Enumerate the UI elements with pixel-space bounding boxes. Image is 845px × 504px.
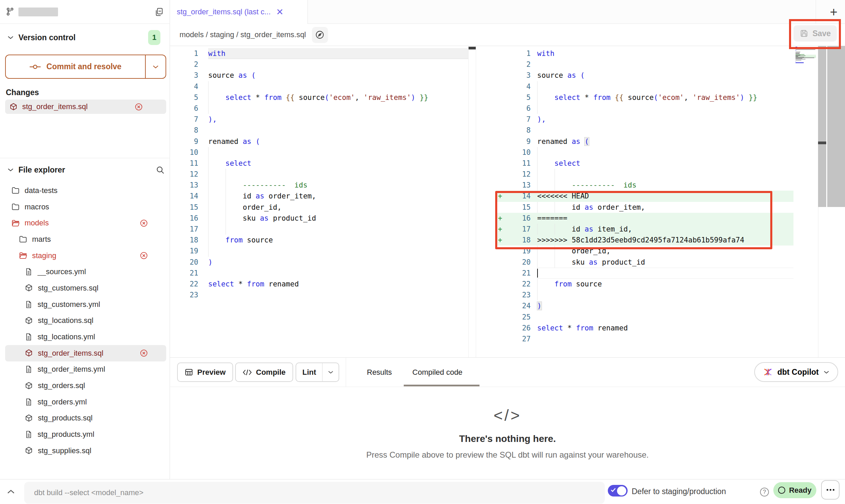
git-branch-icon[interactable]	[6, 7, 15, 16]
code-line[interactable]: 11 select	[170, 158, 468, 169]
code-line[interactable]: 22 from source	[496, 279, 793, 290]
lint-options-dropdown[interactable]	[322, 363, 339, 381]
code-line[interactable]: 2	[496, 59, 793, 70]
editor-scrollbar-track[interactable]	[818, 46, 826, 207]
tab-compiled-code[interactable]: Compiled code	[412, 368, 462, 377]
tab-results[interactable]: Results	[367, 368, 392, 377]
file-row-marts[interactable]: marts	[5, 231, 166, 248]
new-tab-button[interactable]: +	[830, 5, 837, 18]
code-line[interactable]: 19 order_id,	[496, 246, 793, 256]
command-input[interactable]	[24, 482, 605, 504]
file-row-stg-products-sql[interactable]: stg_products.sql	[5, 410, 166, 427]
code-line[interactable]: 12	[170, 169, 468, 180]
minimap[interactable]	[796, 47, 816, 64]
lineage-compass-icon[interactable]	[312, 27, 328, 43]
code-line[interactable]: 5 select * from {{ source('ecom', 'raw_i…	[496, 92, 793, 103]
code-line[interactable]: 17	[170, 224, 468, 235]
left-pane-scrollbar-thumb[interactable]	[469, 47, 476, 49]
close-icon[interactable]: ✕	[276, 8, 284, 16]
code-line[interactable]: +18>>>>>>> 58c1dd23d5eebd9cd2495fa7124ab…	[496, 235, 793, 246]
code-line[interactable]: 20 sku as product_id	[496, 257, 793, 268]
file-row-stg-customers-sql[interactable]: stg_customers.sql	[5, 280, 166, 296]
defer-toggle[interactable]	[608, 485, 628, 496]
file-row-stg-locations-yml[interactable]: stg_locations.yml	[5, 329, 166, 345]
code-line[interactable]: 16 sku as product_id	[170, 213, 468, 224]
code-line[interactable]: 20)	[170, 257, 468, 268]
code-line[interactable]: 22select * from renamed	[170, 279, 468, 290]
code-line[interactable]: 25	[496, 312, 793, 323]
code-line[interactable]: 15 order_id,	[170, 202, 468, 213]
tab-stg-order-items[interactable]: stg_order_items.sql (last c... ✕	[170, 0, 308, 24]
code-line[interactable]: 1with	[170, 48, 468, 59]
code-line[interactable]: 10	[496, 147, 793, 158]
code-line[interactable]: 15 id as order_item,	[496, 202, 793, 213]
save-button[interactable]: Save	[793, 25, 837, 42]
code-line[interactable]: 27	[496, 333, 793, 344]
dbt-copilot-button[interactable]: dbt Copilot	[754, 362, 838, 382]
file-explorer-header[interactable]: File explorer	[8, 162, 165, 177]
lint-button[interactable]: Lint	[296, 363, 322, 381]
code-line[interactable]: 26select * from renamed	[496, 323, 793, 333]
file-row-staging[interactable]: staging	[5, 248, 166, 264]
code-line[interactable]: 9renamed as (	[170, 136, 468, 147]
file-row-data-tests[interactable]: data-tests	[5, 182, 166, 199]
code-line[interactable]: 10	[170, 147, 468, 158]
compile-button[interactable]: Compile	[235, 362, 293, 382]
code-line[interactable]: 23	[496, 290, 793, 300]
file-row-stg-orders-yml[interactable]: stg_orders.yml	[5, 394, 166, 410]
editor-scrollbar-thumb[interactable]	[818, 142, 826, 144]
left-pane-scrollbar[interactable]	[468, 46, 476, 357]
more-options-button[interactable]	[821, 480, 840, 500]
file-row-stg-orders-sql[interactable]: stg_orders.sql	[5, 377, 166, 394]
file-row-stg-supplies-sql[interactable]: stg_supplies.sql	[5, 443, 166, 459]
code-line[interactable]: 2	[170, 59, 468, 70]
file-row-stg-customers-yml[interactable]: stg_customers.yml	[5, 296, 166, 313]
help-icon[interactable]: ?	[760, 488, 769, 496]
search-icon[interactable]	[156, 165, 165, 175]
code-line[interactable]: +17 id as item_id,	[496, 224, 793, 235]
code-line[interactable]: 1with	[496, 48, 793, 59]
code-line[interactable]: 7),	[496, 114, 793, 125]
commit-options-dropdown[interactable]	[145, 55, 166, 78]
file-row-stg-order-items-sql[interactable]: stg_order_items.sql	[5, 345, 166, 361]
changed-file-row[interactable]: stg_order_items.sql	[5, 100, 166, 114]
code-line[interactable]: 14 id as order_item,	[170, 191, 468, 202]
version-control-header[interactable]: Version control 1	[8, 30, 165, 45]
code-line[interactable]: 13 ---------- ids	[170, 180, 468, 191]
code-line[interactable]: 5 select * from {{ source('ecom', 'raw_i…	[170, 92, 468, 103]
code-line[interactable]: 24)	[496, 300, 793, 311]
code-line[interactable]: 19	[170, 246, 468, 256]
code-line[interactable]: 8	[496, 125, 793, 136]
file-row-stg-order-items-yml[interactable]: stg_order_items.yml	[5, 361, 166, 378]
code-line[interactable]: 23	[170, 290, 468, 300]
commit-main-action[interactable]: Commit and resolve	[6, 55, 145, 78]
code-line[interactable]: 11 select	[496, 158, 793, 169]
code-line[interactable]: +14<<<<<<< HEAD	[496, 191, 793, 202]
code-line[interactable]: +16=======	[496, 213, 793, 224]
code-line[interactable]: 3source as (	[496, 70, 793, 81]
code-line[interactable]: 7),	[170, 114, 468, 125]
code-line[interactable]: 12	[496, 169, 793, 180]
file-row-stg-locations-sql[interactable]: stg_locations.sql	[5, 313, 166, 329]
preview-button[interactable]: Preview	[177, 362, 233, 382]
editor-pane-current[interactable]: 1with23source as (45 select * from {{ so…	[476, 46, 845, 357]
code-line[interactable]: 13 ---------- ids	[496, 180, 793, 191]
minimap-slider-track[interactable]	[827, 46, 845, 207]
code-line[interactable]: 6	[496, 103, 793, 114]
chevron-up-icon[interactable]	[7, 489, 15, 494]
code-line[interactable]: 9renamed as (	[496, 136, 793, 147]
code-line[interactable]: 4	[496, 81, 793, 92]
code-line[interactable]: 3source as (	[170, 70, 468, 81]
file-row-stg-products-yml[interactable]: stg_products.yml	[5, 426, 166, 443]
file-row-models[interactable]: models	[5, 215, 166, 231]
editor-pane-last-commit[interactable]: 1with23source as (45 select * from {{ so…	[170, 46, 468, 357]
code-line[interactable]: 21	[170, 268, 468, 279]
copy-icon[interactable]	[154, 7, 164, 17]
code-line[interactable]: 8	[170, 125, 468, 136]
code-line[interactable]: 6	[170, 103, 468, 114]
code-line[interactable]: 21	[496, 268, 793, 279]
code-line[interactable]: 4	[170, 81, 468, 92]
file-row--sources-yml[interactable]: __sources.yml	[5, 264, 166, 280]
code-line[interactable]: 18 from source	[170, 235, 468, 246]
file-row-macros[interactable]: macros	[5, 199, 166, 215]
